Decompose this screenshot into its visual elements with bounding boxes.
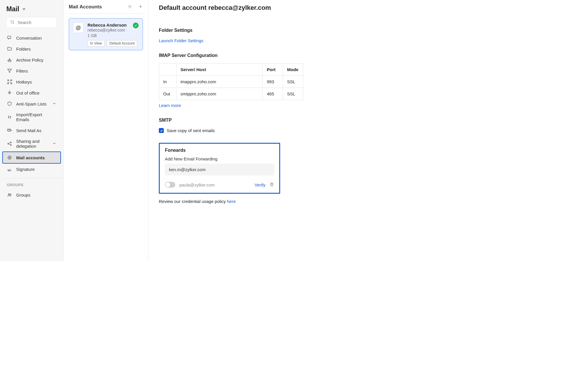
sidebar-item-label: Archive Policy (16, 58, 43, 62)
groups-header: GROUPS (0, 178, 63, 189)
search-icon (10, 20, 15, 25)
sidebar-item-label: Groups (16, 193, 30, 197)
account-avatar: @ (73, 23, 83, 33)
svg-line-1 (13, 23, 14, 24)
chevron-down-icon (22, 5, 26, 13)
imap-cell: SSL (283, 76, 303, 88)
pending-forward-email: paula@zylker.com (179, 182, 250, 187)
search-input[interactable] (18, 20, 53, 25)
folder-icon (7, 46, 12, 51)
svg-line-9 (9, 144, 10, 145)
imap-header-host: Server/ Host (176, 64, 263, 76)
imap-row-in: In imappro.zoho.com 993 SSL (159, 76, 303, 88)
filter-icon (7, 68, 12, 73)
sidebar-item-conversation[interactable]: Conversation (3, 32, 60, 43)
folder-settings-heading: Folder Settings (159, 28, 382, 33)
sidebar-item-label: Hotkeys (16, 79, 32, 84)
save-copy-label: Save copy of sent emails (167, 128, 215, 133)
archive-icon (7, 57, 12, 62)
accounts-column: Mail Accounts @ Rebecca Anderson rebecca… (64, 0, 148, 261)
sidebar-item-filters[interactable]: Filters (3, 65, 60, 76)
sidebar-item-import-export[interactable]: Import/Export Emails (3, 109, 60, 125)
policy-prefix: Review our credential usage policy (159, 199, 227, 204)
groups-icon (7, 192, 12, 197)
sidebar-item-hotkeys[interactable]: Hotkeys (3, 76, 60, 87)
imap-table: Server/ Host Port Mode In imappro.zoho.c… (159, 63, 303, 100)
imap-cell: 993 (263, 76, 283, 88)
forwards-section: Forwards Add New Email Forwarding paula@… (159, 143, 280, 194)
account-storage: 1 GB (88, 33, 137, 38)
sidebar-item-label: Signature (16, 167, 35, 172)
verified-check-icon (133, 23, 139, 28)
imap-cell: SSL (283, 88, 303, 100)
app-title-text: Mail (6, 5, 19, 13)
sidebar-item-sharing[interactable]: Sharing and delegation (3, 136, 60, 151)
sidebar-item-anti-spam[interactable]: Anti-Spam Lists (3, 98, 60, 109)
sidebar-item-folders[interactable]: Folders (3, 43, 60, 54)
add-forwarding-label: Add New Email Forwarding (165, 156, 274, 161)
svg-point-13 (10, 194, 11, 195)
account-name: Rebecca Anderson (88, 23, 137, 27)
launch-folder-settings-link[interactable]: Launch Folder Settings (159, 38, 203, 43)
shield-icon (7, 101, 12, 106)
hotkeys-icon (7, 79, 12, 84)
svg-point-12 (8, 194, 10, 195)
sidebar-item-label: Send Mail As (16, 128, 42, 133)
send-as-icon (7, 128, 12, 133)
smtp-heading: SMTP (159, 118, 382, 123)
sidebar-item-label: Filters (16, 69, 28, 73)
imap-cell: imappro.zoho.com (176, 76, 263, 88)
imap-cell: 465 (263, 88, 283, 100)
forwards-heading: Forwards (165, 148, 274, 153)
learn-more-link[interactable]: Learn more (159, 103, 181, 108)
badge-in-view: In View (88, 40, 105, 47)
forward-toggle[interactable] (165, 182, 175, 188)
imap-cell: smtppro.zoho.com (176, 88, 263, 100)
svg-line-8 (9, 143, 10, 143)
sidebar-item-out-of-office[interactable]: Out of office (3, 87, 60, 98)
import-export-icon (7, 114, 12, 120)
sidebar-item-mail-accounts[interactable]: Mail accounts (2, 151, 61, 164)
imap-header-port: Port (263, 64, 283, 76)
sidebar-item-send-mail-as[interactable]: Send Mail As (3, 125, 60, 136)
sidebar-item-label: Mail accounts (16, 155, 45, 160)
folder-settings-section: Folder Settings Launch Folder Settings (159, 28, 382, 43)
imap-header-mode: Mode (283, 64, 303, 76)
sidebar-item-archive-policy[interactable]: Archive Policy (3, 54, 60, 65)
account-email: rebecca@zylker.com (88, 28, 137, 32)
sidebar-item-label: Out of office (16, 90, 40, 95)
checkbox-checked-icon (159, 128, 164, 133)
policy-link[interactable]: here (227, 199, 236, 204)
verify-link[interactable]: Verify (254, 182, 265, 187)
svg-point-0 (11, 21, 14, 23)
sidebar-item-label: Import/Export Emails (16, 112, 56, 122)
sidebar-item-signature[interactable]: Signature (3, 164, 60, 175)
smtp-section: SMTP Save copy of sent emails (159, 118, 382, 133)
sidebar-item-label: Anti-Spam Lists (16, 101, 46, 106)
at-icon (7, 155, 12, 160)
app-title[interactable]: Mail (0, 5, 63, 17)
sidebar-item-groups[interactable]: Groups (3, 189, 60, 200)
imap-heading: IMAP Server Configuration (159, 53, 382, 58)
forwarding-email-input[interactable] (165, 164, 274, 175)
out-of-office-icon (7, 90, 12, 95)
svg-marker-3 (8, 69, 12, 73)
groups-list: Groups (0, 189, 63, 200)
trash-icon[interactable] (269, 182, 274, 188)
add-icon[interactable] (138, 4, 143, 10)
search-input-wrapper[interactable] (6, 17, 57, 28)
badge-default-account: Default Account (107, 40, 137, 47)
signature-icon (7, 167, 12, 172)
sidebar-item-label: Conversation (16, 36, 42, 40)
imap-cell: In (159, 76, 176, 88)
svg-point-10 (9, 157, 10, 158)
sidebar-item-label: Sharing and delegation (16, 139, 48, 149)
gear-icon[interactable] (127, 4, 132, 10)
sidebar-item-label: Folders (16, 47, 31, 51)
save-copy-checkbox[interactable]: Save copy of sent emails (159, 128, 382, 133)
imap-cell: Out (159, 88, 176, 100)
imap-header-blank (159, 64, 176, 76)
share-icon (7, 141, 12, 146)
detail-panel: Default account rebecca@zylker.com Folde… (148, 0, 392, 261)
account-card[interactable]: @ Rebecca Anderson rebecca@zylker.com 1 … (69, 18, 143, 50)
